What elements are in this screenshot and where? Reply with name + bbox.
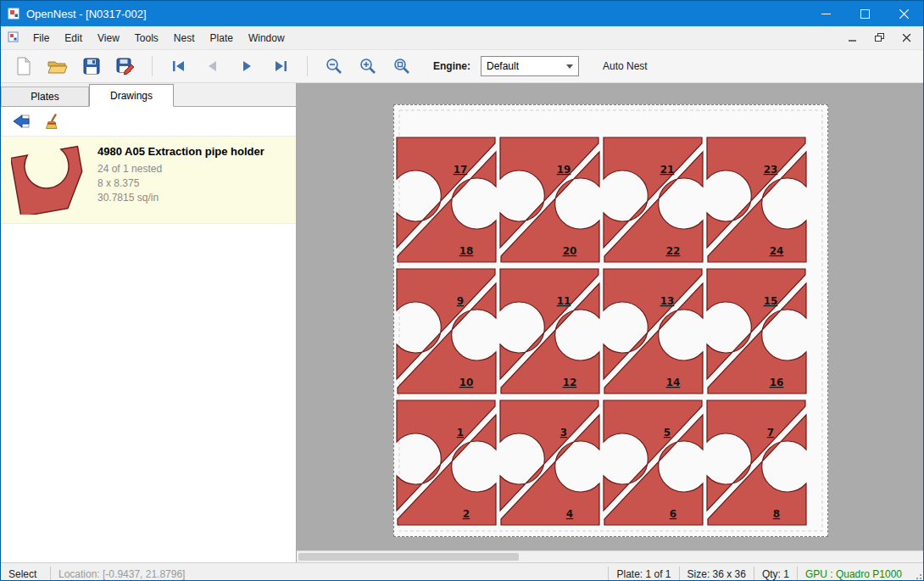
tab-drawings[interactable]: Drawings	[89, 84, 174, 107]
status-gpu: GPU : Quadro P1000	[797, 567, 910, 581]
zoom-in-button[interactable]	[353, 53, 382, 80]
menu-tools[interactable]: Tools	[127, 28, 166, 48]
close-button[interactable]	[884, 1, 923, 26]
drawing-list-empty-space	[1, 224, 296, 562]
clear-drawings-button[interactable]	[40, 109, 67, 134]
part-number: 1	[457, 427, 464, 439]
nest-pair[interactable]: 1718	[397, 137, 496, 262]
nest-pair[interactable]: 1920	[500, 137, 599, 262]
app-icon	[8, 7, 21, 20]
menu: File Edit View Tools Nest Plate Window	[25, 28, 292, 48]
drawings-toolbar	[1, 107, 296, 137]
part-number: 9	[457, 295, 464, 307]
menu-file[interactable]: File	[25, 28, 57, 48]
zoom-in-icon	[359, 58, 376, 75]
nest-pair[interactable]: 2324	[707, 137, 806, 262]
auto-nest-button[interactable]: Auto Nest	[598, 57, 653, 75]
part-number: 21	[660, 164, 675, 176]
part-number: 10	[459, 377, 474, 388]
horizontal-scrollbar[interactable]	[297, 550, 923, 562]
engine-select[interactable]: Default	[481, 56, 579, 76]
part-number: 17	[454, 164, 468, 176]
save-edit-icon	[116, 58, 135, 75]
minimize-button[interactable]	[806, 1, 845, 26]
drawing-list-item[interactable]: 4980 A05 Extraction pipe holder 24 of 1 …	[1, 137, 296, 224]
open-folder-icon	[47, 59, 68, 75]
title-bar[interactable]: OpenNest - [N0317-002]	[1, 1, 923, 26]
broom-icon	[45, 113, 62, 130]
main-toolbar: Engine: Default Auto Nest	[1, 50, 923, 83]
mdi-minimize-icon[interactable]	[843, 31, 862, 46]
save-icon	[83, 58, 100, 75]
plate: 171819202122232491011121314151612345678	[393, 104, 828, 537]
part-number: 4	[566, 508, 573, 520]
maximize-button[interactable]	[845, 1, 884, 26]
first-plate-button[interactable]	[164, 53, 193, 80]
drawing-nested-count: 24 of 1 nested	[97, 162, 289, 176]
part-number: 14	[666, 377, 681, 388]
zoom-out-button[interactable]	[320, 53, 348, 80]
menu-window[interactable]: Window	[241, 28, 292, 48]
part-number: 2	[463, 508, 470, 520]
open-button[interactable]	[43, 53, 72, 80]
new-file-icon	[15, 57, 32, 76]
scrollbar-thumb[interactable]	[298, 553, 519, 561]
new-file-button[interactable]	[9, 53, 38, 80]
nest-pair[interactable]: 78	[707, 400, 806, 525]
previous-plate-button[interactable]	[198, 53, 227, 80]
part-number: 18	[459, 245, 474, 257]
zoom-fit-button[interactable]	[387, 53, 416, 80]
nest-pair[interactable]: 1314	[604, 269, 703, 394]
zoom-out-icon	[326, 58, 342, 75]
engine-value: Default	[487, 60, 519, 72]
part-number: 23	[764, 164, 778, 176]
resize-grip[interactable]	[910, 563, 923, 581]
nest-parts: 171819202122232491011121314151612345678	[394, 105, 827, 536]
nest-pair[interactable]: 2122	[604, 137, 703, 262]
mdi-restore-icon[interactable]	[871, 31, 889, 46]
menu-nest[interactable]: Nest	[166, 28, 203, 48]
part-number: 11	[557, 295, 571, 307]
part-number: 3	[560, 427, 567, 439]
part-number: 15	[764, 295, 778, 307]
nest-pair[interactable]: 910	[397, 269, 496, 394]
last-arrow-icon	[272, 59, 289, 74]
part-number: 20	[563, 245, 577, 257]
toolbar-separator	[152, 56, 153, 76]
mdi-close-icon[interactable]	[898, 31, 916, 46]
drawing-area: 30.7815 sq/in	[97, 191, 289, 205]
drawing-size: 8 x 8.375	[97, 176, 289, 191]
menu-view[interactable]: View	[90, 28, 127, 48]
import-drawing-button[interactable]	[8, 109, 35, 134]
status-size: Size: 36 x 36	[679, 567, 754, 581]
nest-pair[interactable]: 56	[604, 400, 703, 525]
save-as-button[interactable]	[111, 53, 140, 80]
chevron-down-icon	[566, 64, 573, 69]
menu-bar: File Edit View Tools Nest Plate Window	[1, 26, 923, 50]
drawing-title: 4980 A05 Extraction pipe holder	[97, 145, 289, 158]
nest-canvas[interactable]: 171819202122232491011121314151612345678	[297, 83, 923, 562]
status-bar: Select Location: [-0.9437, 21.8796] Plat…	[1, 562, 923, 581]
nest-pair[interactable]: 34	[500, 400, 599, 525]
part-number: 22	[666, 245, 681, 257]
app-window: OpenNest - [N0317-002] File Edit View To…	[0, 0, 924, 581]
previous-arrow-icon	[204, 59, 221, 74]
nest-pair[interactable]: 1516	[707, 269, 806, 394]
part-number: 8	[773, 508, 780, 520]
sidebar: Plates Drawings 4980 A05 Extractio	[1, 83, 297, 562]
nest-pair[interactable]: 12	[397, 400, 496, 525]
part-number: 5	[664, 427, 671, 439]
part-number: 7	[767, 427, 774, 439]
part-number: 24	[770, 245, 784, 257]
next-plate-button[interactable]	[232, 53, 261, 80]
menu-plate[interactable]: Plate	[203, 28, 241, 48]
last-plate-button[interactable]	[266, 53, 295, 80]
status-qty: Qty: 1	[754, 567, 797, 581]
part-number: 13	[660, 295, 675, 307]
save-button[interactable]	[77, 53, 106, 80]
document-icon	[8, 31, 20, 44]
tab-plates[interactable]: Plates	[1, 87, 89, 106]
nest-pair[interactable]: 1112	[500, 269, 599, 394]
menu-edit[interactable]: Edit	[57, 28, 90, 48]
toolbar-separator	[307, 56, 308, 76]
